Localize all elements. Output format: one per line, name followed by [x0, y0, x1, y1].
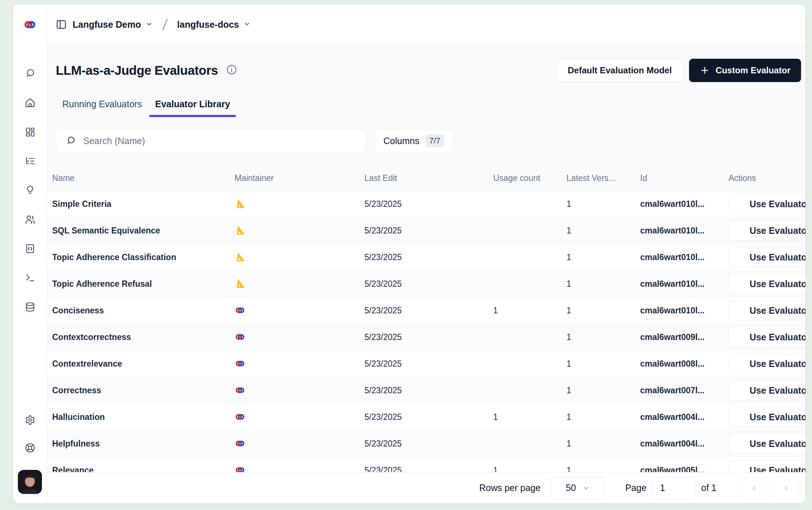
org-name: Langfuse Demo [73, 19, 141, 30]
id-cell: cmal6wart010l... [640, 279, 728, 289]
tracing-icon[interactable] [24, 155, 35, 166]
maintainer-cell [235, 438, 364, 449]
actions-cell: Use Evaluator [728, 220, 805, 241]
table-row[interactable]: Correctness 5/23/2025 1 cmal6wart007l...… [47, 377, 805, 404]
table-row[interactable]: Relevance 5/23/2025 1 1 cmal6wart005l...… [47, 457, 805, 472]
langfuse-maintainer-icon [235, 332, 245, 343]
table-row[interactable]: Helpfulness 5/23/2025 1 cmal6wart004l...… [47, 430, 805, 457]
prompts-icon[interactable] [24, 243, 35, 254]
table-row[interactable]: Conciseness 5/23/2025 1 1 cmal6wart010l.… [47, 297, 805, 324]
evaluator-name: Correctness [52, 386, 235, 395]
sidebar-nav [24, 68, 35, 312]
settings-icon[interactable] [24, 414, 35, 425]
project-switcher[interactable]: langfuse-docs [177, 19, 251, 30]
tab-evaluator-library[interactable]: Evaluator Library [148, 95, 237, 117]
use-evaluator-button[interactable]: Use Evaluator [728, 220, 805, 241]
info-icon[interactable] [226, 64, 237, 77]
search-icon[interactable] [24, 68, 35, 79]
table-row[interactable]: Topic Adherence Refusal 5/23/2025 1 cmal… [47, 271, 805, 297]
search-box [56, 129, 366, 152]
use-evaluator-button[interactable]: Use Evaluator [728, 353, 805, 374]
actions-cell: Use Evaluator [728, 247, 805, 267]
chevron-down-icon [583, 484, 590, 492]
chevron-down-icon [146, 19, 153, 30]
use-evaluator-button[interactable]: Use Evaluator [728, 194, 805, 214]
last-edit-cell: 5/23/2025 [364, 465, 493, 472]
evaluator-name: Hallucination [52, 412, 235, 422]
actions-cell: Use Evaluator [728, 274, 805, 294]
users-icon[interactable] [24, 214, 35, 225]
table-header: Name Maintainer Last Edit Usage count La… [47, 166, 805, 191]
support-icon[interactable] [24, 442, 35, 453]
table-body: Simple Criteria 5/23/2025 1 cmal6wart010… [47, 191, 805, 472]
evaluator-name: Contextcorrectness [52, 332, 235, 342]
playground-icon[interactable] [24, 272, 35, 283]
dashboard-icon[interactable] [24, 126, 35, 137]
table-row[interactable]: Simple Criteria 5/23/2025 1 cmal6wart010… [47, 191, 805, 217]
id-cell: cmal6wart004l... [640, 439, 728, 449]
table-row[interactable]: Contextcorrectness 5/23/2025 1 cmal6wart… [47, 324, 805, 351]
table-row[interactable]: Topic Adherence Classification 5/23/2025… [47, 244, 805, 271]
id-cell: cmal6wart010l... [640, 226, 728, 236]
custom-evaluator-button[interactable]: Custom Evaluator [689, 59, 801, 82]
page-total-label: of 1 [701, 483, 716, 493]
evaluation-icon[interactable] [24, 185, 35, 196]
next-page-button[interactable] [775, 477, 797, 499]
langfuse-maintainer-icon [235, 412, 245, 422]
last-edit-cell: 5/23/2025 [364, 386, 493, 395]
table-row[interactable]: Contextrelevance 5/23/2025 1 cmal6wart00… [47, 351, 805, 377]
latest-version-cell: 1 [567, 226, 640, 236]
id-cell: cmal6wart008l... [640, 359, 728, 369]
use-evaluator-button[interactable]: Use Evaluator [728, 380, 805, 401]
avatar[interactable] [18, 470, 42, 494]
datasets-icon[interactable] [24, 301, 35, 312]
ragas-maintainer-icon [235, 198, 245, 209]
evaluator-name: Contextrelevance [52, 359, 235, 369]
evaluator-name: SQL Semantic Equivalence [52, 226, 235, 236]
page-content: LLM-as-a-Judge Evaluators Default Evalua… [47, 45, 805, 503]
pagination-footer: Rows per page 50 Page of 1 [47, 472, 805, 503]
last-edit-cell: 5/23/2025 [364, 412, 493, 422]
columns-button[interactable]: Columns 7/7 [374, 129, 453, 152]
chevron-down-icon [243, 19, 251, 30]
latest-version-cell: 1 [567, 439, 640, 449]
col-id: Id [640, 173, 728, 183]
maintainer-cell [235, 198, 364, 209]
last-edit-cell: 5/23/2025 [364, 252, 493, 262]
use-evaluator-button[interactable]: Use Evaluator [728, 433, 805, 454]
org-switcher[interactable]: Langfuse Demo [73, 19, 153, 30]
maintainer-cell [235, 278, 364, 289]
columns-count-badge: 7/7 [425, 134, 445, 147]
use-evaluator-button[interactable]: Use Evaluator [728, 300, 805, 321]
maintainer-cell [235, 305, 364, 316]
previous-page-button[interactable] [743, 477, 765, 499]
search-input[interactable] [83, 136, 356, 146]
evaluator-name: Topic Adherence Classification [52, 252, 235, 262]
latest-version-cell: 1 [567, 279, 640, 289]
langfuse-logo[interactable] [23, 4, 37, 45]
use-evaluator-button[interactable]: Use Evaluator [728, 274, 805, 294]
table-row[interactable]: SQL Semantic Equivalence 5/23/2025 1 cma… [47, 217, 805, 244]
ragas-maintainer-icon [235, 278, 245, 289]
home-icon[interactable] [24, 97, 35, 108]
maintainer-cell [235, 385, 364, 396]
use-evaluator-button[interactable]: Use Evaluator [728, 327, 805, 347]
page-number-input[interactable] [651, 477, 695, 499]
latest-version-cell: 1 [567, 465, 640, 472]
col-maintainer: Maintainer [235, 173, 364, 183]
ragas-maintainer-icon [235, 225, 245, 236]
actions-cell: Use Evaluator [728, 433, 805, 454]
main-area: Langfuse Demo langfuse-docs LLM-as-a-Jud… [47, 4, 805, 503]
maintainer-cell [235, 252, 364, 263]
latest-version-cell: 1 [567, 386, 640, 395]
use-evaluator-button[interactable]: Use Evaluator [728, 247, 805, 267]
use-evaluator-button[interactable]: Use Evaluator [728, 460, 805, 472]
use-evaluator-button[interactable]: Use Evaluator [728, 407, 805, 427]
default-evaluation-model-button[interactable]: Default Evaluation Model [556, 59, 683, 82]
id-cell: cmal6wart010l... [640, 252, 728, 262]
sidebar-toggle-icon[interactable] [56, 19, 67, 30]
rows-per-page-select[interactable]: 50 [551, 477, 605, 499]
latest-version-cell: 1 [567, 252, 640, 262]
table-row[interactable]: Hallucination 5/23/2025 1 1 cmal6wart004… [47, 404, 805, 430]
tab-running-evaluators[interactable]: Running Evaluators [56, 95, 148, 117]
